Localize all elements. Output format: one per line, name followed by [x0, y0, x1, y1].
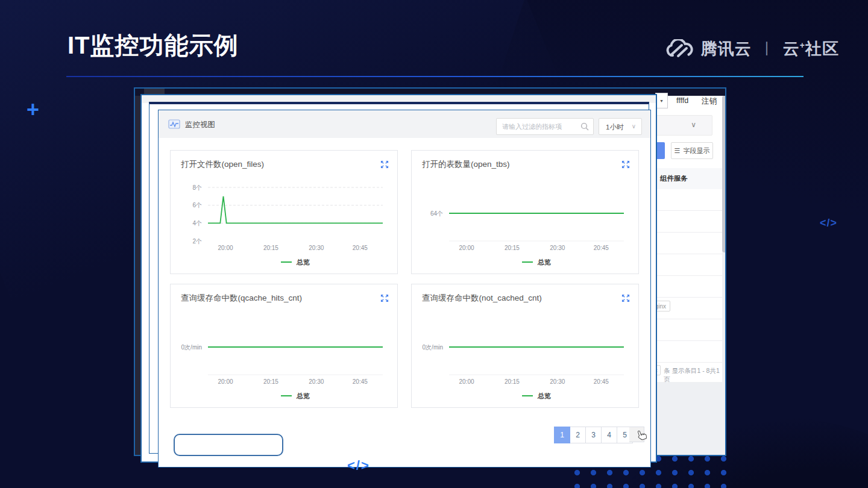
svg-text:20:00: 20:00 [218, 245, 233, 251]
svg-text:6个: 6个 [192, 202, 202, 208]
svg-text:20:00: 20:00 [459, 245, 474, 251]
svg-text:20:15: 20:15 [505, 245, 520, 251]
modal-pagination: 12345 [554, 427, 633, 442]
search-icon[interactable] [580, 122, 589, 131]
modal-header: 监控视图 1小时 ∨ [159, 110, 650, 138]
svg-text:20:00: 20:00 [218, 378, 233, 385]
svg-text:20:30: 20:30 [309, 245, 324, 251]
page-button-1[interactable]: 1 [554, 427, 570, 443]
svg-text:0次/min: 0次/min [423, 344, 443, 351]
chevron-down-icon: ∨ [632, 123, 636, 130]
svg-text:20:15: 20:15 [263, 378, 278, 385]
search-input[interactable] [496, 118, 594, 135]
svg-text:总览: 总览 [296, 258, 310, 266]
table-header-label: 组件服务 [660, 174, 688, 183]
page-title: IT监控功能示例 [68, 29, 239, 62]
svg-text:0次/min: 0次/min [181, 344, 202, 351]
svg-text:20:45: 20:45 [353, 378, 368, 385]
svg-text:总览: 总览 [537, 392, 551, 399]
line-chart: 0次/min20:0020:1520:3020:45总览 [412, 284, 640, 408]
annotation-callout-box [174, 434, 283, 456]
svg-text:20:45: 20:45 [594, 378, 609, 385]
title-underline [66, 76, 804, 77]
page-button-2[interactable]: 2 [570, 427, 586, 443]
svg-text:20:15: 20:15 [505, 378, 520, 385]
brand-name: 腾讯云 [701, 38, 752, 60]
svg-text:8个: 8个 [192, 184, 202, 191]
svg-text:2个: 2个 [192, 238, 202, 245]
svg-text:20:45: 20:45 [594, 245, 609, 251]
logout-link[interactable]: 注销 [702, 96, 717, 107]
page-button-3[interactable]: 3 [586, 427, 602, 443]
metric-search [496, 118, 594, 135]
svg-text:20:30: 20:30 [550, 245, 565, 251]
svg-text:总览: 总览 [537, 258, 551, 266]
monitoring-modal: 监控视图 1小时 ∨ 打开文件数(open_files) 8个6个4个2个20:… [158, 110, 651, 468]
cloud-icon [666, 39, 694, 58]
code-decoration-bottom: </> [347, 458, 370, 474]
chart-card-open-files: 打开文件数(open_files) 8个6个4个2个20:0020:1520:3… [170, 150, 398, 274]
svg-text:4个: 4个 [192, 220, 202, 227]
chart-card-open-tbs: 打开的表数量(open_tbs) 64个20:0020:1520:3020:45… [411, 150, 639, 274]
time-range-select[interactable]: 1小时 ∨ [599, 118, 642, 135]
modal-title: 监控视图 [185, 120, 215, 130]
svg-text:64个: 64个 [430, 210, 443, 217]
brand-divider: 丨 [759, 39, 776, 58]
svg-text:20:45: 20:45 [353, 245, 368, 251]
username-label: ffffd [676, 96, 688, 105]
line-chart: 0次/min20:0020:1520:3020:45总览 [171, 284, 398, 408]
chevron-down-icon: ∨ [691, 120, 696, 129]
slide-canvas: IT监控功能示例 腾讯云 丨 云+社区 + </> ▼ ffffd 注销 ∨ 数… [0, 0, 868, 488]
page-button-4[interactable]: 4 [602, 427, 617, 443]
field-display-label: 字段显示 [683, 146, 709, 155]
svg-text:20:15: 20:15 [263, 245, 278, 251]
chart-card-qcache-hits: 查询缓存命中数(qcache_hits_cnt) 0次/min20:0020:1… [170, 284, 398, 408]
field-display-button[interactable]: ☰ 字段显示 [671, 142, 713, 159]
code-decoration-right: </> [820, 217, 837, 230]
line-chart: 8个6个4个2个20:0020:1520:3020:45总览 [171, 151, 398, 275]
time-range-value: 1小时 [606, 123, 623, 132]
list-icon: ☰ [675, 147, 681, 155]
svg-text:20:30: 20:30 [309, 378, 324, 385]
pagination-info: 条 显示条目1 - 8共1页 [664, 367, 725, 384]
chart-card-not-cached: 查询缓存命中数(not_cached_cnt) 0次/min20:0020:15… [411, 284, 639, 408]
scrollbar-thumb[interactable] [722, 96, 726, 252]
monitor-chart-icon [168, 119, 180, 131]
brand-logo: 腾讯云 丨 云+社区 [666, 35, 839, 63]
account-dropdown[interactable]: ▼ [655, 93, 668, 108]
plus-decoration: + [27, 99, 39, 120]
brand-community: 云+社区 [783, 38, 839, 60]
line-chart: 64个20:0020:1520:3020:45总览 [412, 151, 640, 275]
svg-text:20:30: 20:30 [550, 378, 565, 385]
svg-text:20:00: 20:00 [459, 378, 474, 385]
svg-text:总览: 总览 [296, 392, 310, 399]
hand-cursor-icon [636, 429, 648, 442]
